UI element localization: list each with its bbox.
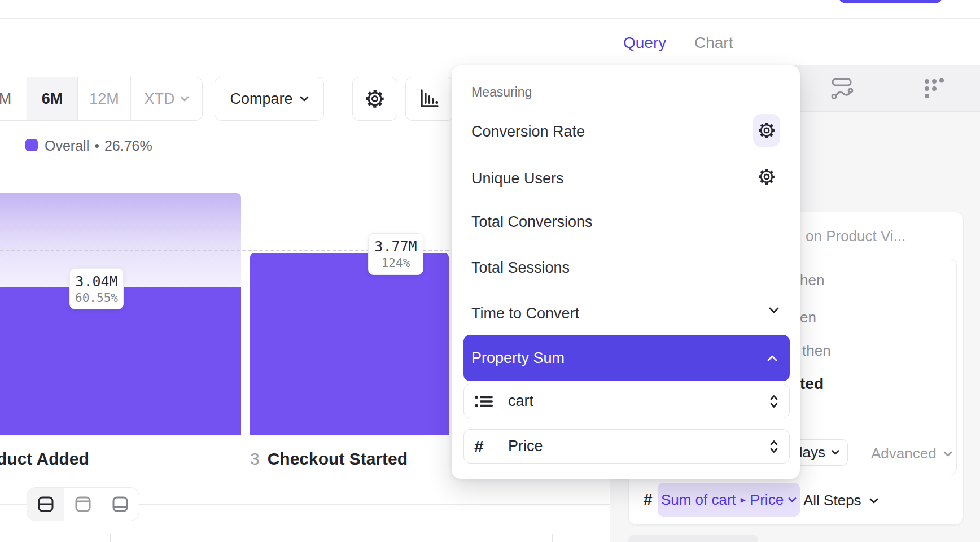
- menu-item-total-sessions[interactable]: Total Sessions: [471, 259, 570, 277]
- property-sum-label: Property Sum: [471, 349, 565, 367]
- advanced-button[interactable]: Advanced: [871, 445, 952, 462]
- bar-value-label: 3.77M 124%: [368, 233, 423, 275]
- chevron-down-icon: [831, 450, 839, 455]
- menu-item-time-to-convert[interactable]: Time to Convert: [471, 305, 579, 322]
- step-label-checkout-started: 3 Checkout Started: [250, 449, 408, 469]
- flows-icon[interactable]: [829, 77, 854, 100]
- measuring-title: Measuring: [471, 85, 532, 100]
- bar-percent: 60.55%: [75, 291, 118, 305]
- all-steps-label: All Steps: [803, 492, 861, 509]
- menu-item-total-conversions[interactable]: Total Conversions: [471, 213, 593, 231]
- time-range-6m-label: 6M: [42, 90, 63, 108]
- measurement-hash-label: #: [644, 491, 653, 509]
- split-rows-icon: [37, 496, 54, 513]
- gear-icon: [365, 89, 385, 109]
- chevron-down-icon: [788, 497, 797, 502]
- menu-item-unique-users[interactable]: Unique Users: [471, 170, 564, 187]
- chevron-down-icon: [869, 498, 878, 504]
- step-name: duct Added: [0, 449, 89, 468]
- next-card-sliver: [628, 535, 758, 542]
- chevron-down-icon: [300, 96, 309, 102]
- bar-value-label: 3.04M 60.55%: [69, 268, 124, 309]
- chart-type-button[interactable]: [405, 77, 454, 121]
- advanced-label: Advanced: [871, 445, 937, 462]
- chip-subproperty-label: Price: [750, 491, 784, 509]
- gear-icon: [758, 121, 776, 139]
- chevron-down-icon: [943, 451, 952, 457]
- menu-item-conversion-rate[interactable]: Conversion Rate: [471, 123, 585, 141]
- subproperty-select-value: Price: [508, 438, 543, 455]
- property-select-value: cart: [508, 392, 533, 410]
- all-steps-dropdown[interactable]: All Steps: [803, 492, 878, 509]
- time-range-6m[interactable]: 6M: [27, 77, 78, 120]
- bar-value: 3.77M: [374, 238, 417, 255]
- step-row-fragment: ted: [800, 375, 824, 393]
- time-range-segmented-control: M 6M 12M XTD: [0, 77, 203, 121]
- conversion-rate-settings-button[interactable]: [753, 114, 780, 147]
- time-range-m[interactable]: M: [0, 77, 27, 120]
- tab-query[interactable]: Query: [623, 34, 666, 52]
- select-updown-icon: [769, 394, 779, 409]
- measuring-dropdown: Measuring Conversion Rate Unique Users T…: [452, 65, 800, 479]
- menu-item-property-sum[interactable]: Property Sum: [463, 335, 790, 381]
- legend-label: Overall • 26.76%: [45, 138, 152, 154]
- step-row-fragment: hen: [800, 272, 824, 289]
- compare-button[interactable]: Compare: [215, 77, 324, 121]
- legend-series-name: Overall: [45, 138, 89, 154]
- chip-property-label: Sum of cart: [661, 491, 736, 509]
- conversion-window-label: lays: [799, 444, 825, 461]
- layout-toggle-group: [27, 487, 139, 521]
- apps-grid-icon[interactable]: [923, 77, 947, 101]
- tab-chart[interactable]: Chart: [694, 34, 733, 52]
- toolbar-icon-divider: [889, 65, 889, 112]
- bottom-bar-icon: [112, 496, 129, 513]
- chevron-down-icon: [180, 96, 189, 102]
- gear-icon: [758, 168, 776, 186]
- time-range-xtd-label: XTD: [145, 90, 175, 108]
- chevron-down-icon: [769, 307, 779, 313]
- step-row-fragment: en: [800, 309, 816, 326]
- list-type-icon: [474, 394, 495, 409]
- unique-users-settings-button[interactable]: [753, 160, 780, 193]
- app-window: Query Chart M 6M 12M XTD: [0, 0, 980, 542]
- step-row-fragment: then: [802, 342, 831, 360]
- bottom-tick: [552, 534, 553, 542]
- query-card-title: on Product Vi...: [806, 228, 905, 245]
- step-label-product-added: duct Added: [0, 449, 89, 469]
- chevron-up-icon: [767, 355, 777, 361]
- select-updown-icon: [769, 439, 779, 454]
- step-name: Checkout Started: [268, 449, 408, 469]
- time-range-12m[interactable]: 12M: [78, 77, 131, 120]
- top-bar-icon: [75, 496, 91, 513]
- bottom-tick: [391, 534, 391, 542]
- time-range-xtd[interactable]: XTD: [131, 77, 202, 120]
- chart-settings-button[interactable]: [352, 77, 397, 121]
- bar-percent: 124%: [382, 256, 410, 270]
- bottom-tick: [110, 534, 111, 542]
- subproperty-select[interactable]: # Price: [463, 429, 790, 464]
- legend-value: 26.76%: [104, 138, 152, 154]
- bar-value: 3.04M: [75, 273, 117, 290]
- legend-separator: •: [94, 138, 99, 154]
- legend-swatch: [25, 139, 38, 151]
- time-range-12m-label: 12M: [89, 90, 119, 108]
- measurement-chip[interactable]: Sum of cart ▸ Price: [658, 483, 800, 517]
- compare-button-label: Compare: [230, 90, 292, 108]
- time-range-m-label: M: [0, 90, 11, 108]
- step-number: 3: [250, 449, 260, 469]
- bar-chart-icon: [419, 89, 440, 108]
- primary-action-button[interactable]: [838, 0, 943, 3]
- property-select[interactable]: cart: [463, 384, 790, 418]
- funnel-bar-checkout-started[interactable]: [250, 253, 449, 435]
- number-type-icon: #: [474, 437, 495, 456]
- layout-split-rows-button[interactable]: [27, 488, 64, 521]
- layout-top-bar-button[interactable]: [64, 488, 102, 521]
- header-divider: [0, 18, 980, 19]
- layout-bottom-bar-button[interactable]: [102, 488, 139, 521]
- funnel-bar-product-added[interactable]: [0, 287, 241, 435]
- chip-arrow-icon: ▸: [741, 493, 746, 506]
